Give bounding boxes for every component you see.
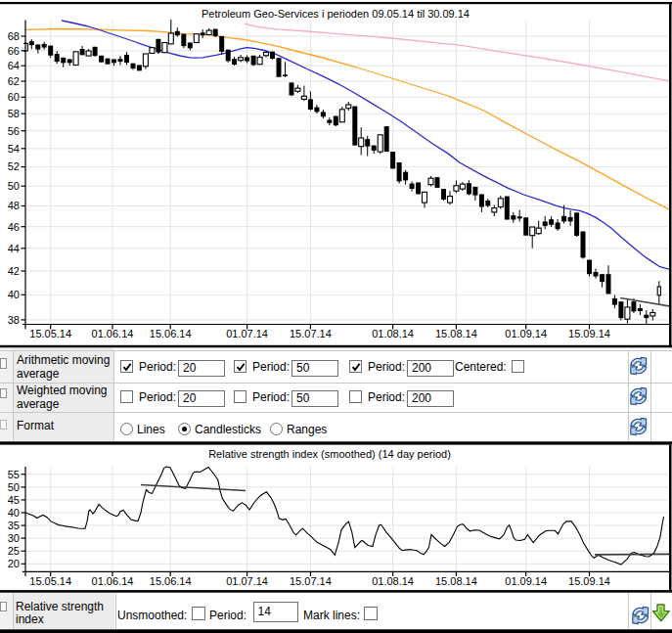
svg-text:58: 58 xyxy=(8,108,20,119)
svg-text:40: 40 xyxy=(8,507,20,519)
svg-text:15.07.14: 15.07.14 xyxy=(290,328,332,339)
svg-text:50: 50 xyxy=(8,481,20,493)
svg-text:38: 38 xyxy=(8,314,20,326)
svg-text:50: 50 xyxy=(8,180,20,192)
svg-text:Petroleum Geo-Services i perio: Petroleum Geo-Services i perioden 09.05.… xyxy=(202,8,470,20)
svg-text:55: 55 xyxy=(8,469,20,480)
svg-text:15.07.14: 15.07.14 xyxy=(290,575,332,587)
svg-text:01.08.14: 01.08.14 xyxy=(372,328,414,339)
svg-text:15.08.14: 15.08.14 xyxy=(435,575,477,587)
svg-text:40: 40 xyxy=(8,289,20,300)
svg-text:Relative strength index (smoot: Relative strength index (smoothed) (14 d… xyxy=(208,448,451,460)
svg-text:01.07.14: 01.07.14 xyxy=(226,575,268,587)
svg-text:60: 60 xyxy=(8,91,20,103)
svg-text:42: 42 xyxy=(8,265,20,277)
svg-text:30: 30 xyxy=(8,532,20,544)
svg-text:44: 44 xyxy=(8,243,20,254)
svg-text:35: 35 xyxy=(8,520,20,531)
svg-text:15.09.14: 15.09.14 xyxy=(568,328,610,339)
svg-text:01.06.14: 01.06.14 xyxy=(92,575,134,587)
svg-text:54: 54 xyxy=(8,143,20,155)
svg-text:66: 66 xyxy=(8,45,20,57)
svg-text:15.05.14: 15.05.14 xyxy=(29,328,71,339)
svg-text:01.06.14: 01.06.14 xyxy=(92,328,134,339)
svg-text:45: 45 xyxy=(8,494,20,506)
svg-text:46: 46 xyxy=(8,221,20,233)
svg-text:52: 52 xyxy=(8,160,20,172)
svg-text:15.08.14: 15.08.14 xyxy=(435,328,477,339)
svg-text:01.07.14: 01.07.14 xyxy=(226,328,268,339)
svg-text:15.06.14: 15.06.14 xyxy=(150,575,192,587)
svg-text:62: 62 xyxy=(8,75,20,87)
svg-text:48: 48 xyxy=(8,200,20,211)
svg-text:01.08.14: 01.08.14 xyxy=(372,575,414,587)
svg-text:15.06.14: 15.06.14 xyxy=(150,328,192,339)
svg-text:15.09.14: 15.09.14 xyxy=(568,575,610,587)
svg-text:01.09.14: 01.09.14 xyxy=(505,328,547,339)
svg-text:20: 20 xyxy=(8,558,20,569)
svg-text:68: 68 xyxy=(8,30,20,42)
svg-text:56: 56 xyxy=(8,125,20,137)
svg-text:01.09.14: 01.09.14 xyxy=(505,575,547,587)
svg-text:25: 25 xyxy=(8,545,20,557)
svg-text:64: 64 xyxy=(8,60,20,71)
svg-text:15.05.14: 15.05.14 xyxy=(29,575,71,587)
